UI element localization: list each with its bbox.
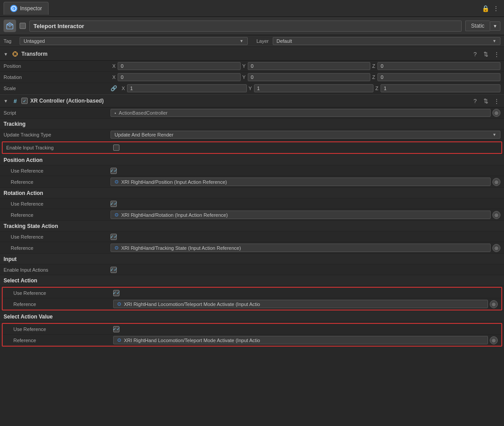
rotation-reference-value: ⊙ XRI RightHand/Rotation (Input Action R… — [111, 211, 500, 219]
script-row: Script ▪ ActionBasedController ◎ — [0, 108, 504, 119]
script-field[interactable]: ▪ ActionBasedController — [111, 109, 491, 117]
static-dropdown-arrow[interactable]: ▼ — [490, 21, 500, 31]
position-x-label: X — [111, 63, 118, 69]
position-value: X Y Z — [111, 62, 500, 70]
tracking-state-use-reference-row: Use Reference ✓ — [0, 232, 504, 242]
tag-select[interactable]: Untagged ▼ — [20, 37, 248, 45]
scale-y-input: Y — [247, 84, 374, 92]
select-action-reference-field[interactable]: ⊙ XRI RightHand Locomotion/Teleport Mode… — [113, 300, 488, 308]
enable-input-tracking-checkbox[interactable] — [113, 145, 119, 151]
rotation-use-reference-label: Use Reference — [4, 201, 111, 207]
object-active-checkbox[interactable] — [20, 23, 26, 29]
static-button[interactable]: Static ▼ — [465, 21, 500, 31]
rotation-use-reference-checkbox[interactable]: ✓ — [111, 201, 117, 207]
update-tracking-type-text: Update And Before Render — [115, 132, 173, 137]
position-y-field[interactable] — [248, 62, 371, 70]
transform-icon — [12, 50, 19, 58]
select-action-value-reference-button[interactable]: ◎ — [490, 336, 498, 344]
xr-controller-section-header: ▼ # ✓ XR Controller (Action-based) ? ⇅ ⋮ — [0, 94, 504, 108]
inspector-body: Static ▼ Tag Untagged ▼ Layer Default ▼ … — [0, 17, 504, 426]
tracking-state-reference-field[interactable]: ⊙ XRI RightHand/Tracking State (Input Ac… — [111, 244, 491, 252]
scale-z-field[interactable] — [381, 84, 500, 92]
tab-controls: 🔒 ⋮ — [481, 4, 500, 13]
xr-controller-active-checkbox[interactable]: ✓ — [21, 98, 28, 104]
rotation-reference-button[interactable]: ◎ — [492, 211, 500, 219]
tracking-state-reference-value: ⊙ XRI RightHand/Tracking State (Input Ac… — [111, 244, 500, 252]
xr-hash-icon: # — [12, 97, 19, 104]
rotation-y-label: Y — [241, 74, 248, 80]
rotation-y-input: Y — [241, 73, 371, 81]
script-ref-button[interactable]: ◎ — [492, 109, 500, 117]
select-action-value-highlight: Use Reference ✓ Reference ⊙ XRI RightHan… — [2, 323, 502, 347]
tracking-group-row: Tracking — [0, 119, 504, 129]
svg-point-0 — [12, 6, 16, 11]
select-action-value-reference-row: Reference ⊙ XRI RightHand Locomotion/Tel… — [3, 335, 501, 346]
select-action-use-reference-checkbox[interactable]: ✓ — [113, 290, 119, 296]
more-button[interactable]: ⋮ — [492, 4, 500, 13]
object-cube-icon — [4, 20, 16, 32]
enable-input-actions-label: Enable Input Actions — [4, 267, 111, 273]
scale-row: Scale 🔗 X Y Z — [0, 83, 504, 94]
rotation-reference-field[interactable]: ⊙ XRI RightHand/Rotation (Input Action R… — [111, 211, 491, 219]
transform-menu-icon[interactable]: ⋮ — [492, 50, 500, 58]
rotation-row: Rotation X Y Z — [0, 72, 504, 83]
rotation-x-field[interactable] — [118, 73, 241, 81]
layer-select[interactable]: Default ▼ — [273, 37, 501, 45]
tracking-state-reference-button[interactable]: ◎ — [492, 244, 500, 252]
position-xyz: X Y Z — [111, 62, 500, 70]
script-label: Script — [4, 110, 111, 116]
scale-x-field[interactable] — [127, 84, 247, 92]
object-name-input[interactable] — [29, 21, 462, 32]
script-value: ▪ ActionBasedController ◎ — [111, 109, 500, 117]
scale-y-field[interactable] — [254, 84, 374, 92]
lock-button[interactable]: 🔒 — [481, 4, 490, 13]
position-reference-button[interactable]: ◎ — [492, 178, 500, 186]
position-use-reference-checkbox[interactable]: ✓ — [111, 168, 117, 174]
position-x-field[interactable] — [118, 62, 241, 70]
tracking-state-use-reference-checkbox[interactable]: ✓ — [111, 234, 117, 240]
rotation-y-field[interactable] — [248, 73, 371, 81]
select-action-group-row: Select Action — [0, 275, 504, 286]
select-action-value-reference-text: XRI RightHand Locomotion/Teleport Mode A… — [124, 338, 260, 343]
transform-sliders-icon[interactable]: ⇅ — [482, 50, 490, 58]
input-group-label: Input — [4, 256, 111, 262]
select-action-value-reference-field[interactable]: ⊙ XRI RightHand Locomotion/Teleport Mode… — [113, 336, 488, 344]
input-group-row: Input — [0, 254, 504, 265]
transform-collapse-arrow[interactable]: ▼ — [4, 52, 9, 57]
rotation-xyz: X Y Z — [111, 73, 500, 81]
xr-controller-sliders-icon[interactable]: ⇅ — [482, 97, 490, 105]
update-tracking-type-dropdown[interactable]: Update And Before Render ▼ — [111, 131, 500, 139]
xr-controller-help-icon[interactable]: ? — [471, 97, 479, 105]
position-z-field[interactable] — [377, 62, 500, 70]
tag-layer-row: Tag Untagged ▼ Layer Default ▼ — [0, 35, 504, 47]
position-row: Position X Y Z — [0, 61, 504, 72]
select-action-reference-label: Reference — [6, 302, 113, 307]
enable-input-actions-checkbox[interactable]: ✓ — [111, 267, 117, 273]
enable-input-actions-row: Enable Input Actions ✓ — [0, 265, 504, 275]
rotation-use-reference-value: ✓ — [111, 201, 500, 207]
rotation-z-field[interactable] — [377, 73, 500, 81]
select-action-highlight: Use Reference ✓ Reference ⊙ XRI RightHan… — [2, 287, 502, 310]
position-reference-label: Reference — [4, 179, 111, 185]
select-action-value-use-reference-checkbox[interactable]: ✓ — [113, 326, 119, 332]
inspector-tab[interactable]: i Inspector — [4, 2, 49, 15]
position-reference-text: XRI RightHand/Position (Input Action Ref… — [121, 179, 227, 185]
layer-arrow-icon: ▼ — [492, 39, 496, 43]
static-label: Static — [465, 21, 490, 31]
script-dot-icon: ▪ — [115, 111, 116, 116]
select-action-reference-value: ⊙ XRI RightHand Locomotion/Teleport Mode… — [113, 300, 498, 308]
select-action-value-use-reference-row: Use Reference ✓ — [3, 324, 501, 335]
tracking-state-use-reference-value: ✓ — [111, 234, 500, 240]
select-action-reference-button[interactable]: ◎ — [490, 300, 498, 308]
transform-title: Transform — [21, 51, 468, 57]
position-reference-field[interactable]: ⊙ XRI RightHand/Position (Input Action R… — [111, 178, 491, 186]
xr-controller-collapse-arrow[interactable]: ▼ — [4, 99, 9, 103]
position-reference-icon: ⊙ — [115, 179, 119, 185]
update-tracking-type-label: Update Tracking Type — [4, 132, 111, 137]
xr-controller-menu-icon[interactable]: ⋮ — [492, 97, 500, 105]
rotation-use-reference-row: Use Reference ✓ — [0, 199, 504, 209]
transform-help-icon[interactable]: ? — [471, 50, 479, 58]
select-action-value-reference-value: ⊙ XRI RightHand Locomotion/Teleport Mode… — [113, 336, 498, 344]
xr-controller-section-controls: ? ⇅ ⋮ — [471, 97, 500, 105]
tracking-state-use-reference-label: Use Reference — [4, 234, 111, 240]
